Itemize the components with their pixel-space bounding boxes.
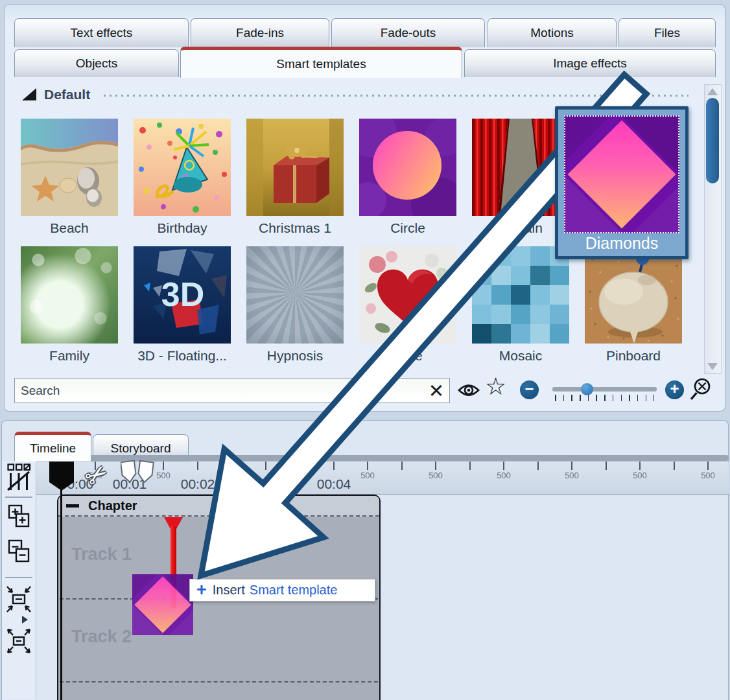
plus-icon: +	[670, 381, 679, 397]
range-markers[interactable]	[121, 460, 154, 487]
enlarge-tracks-icon	[5, 626, 32, 656]
template-label: Birthday	[134, 220, 231, 236]
template-tile-3d-floating[interactable]: 3D	[134, 246, 231, 344]
template-tile-circle[interactable]	[359, 119, 456, 216]
reset-zoom-button[interactable]	[689, 377, 713, 404]
ruler-minor-label: 500	[290, 471, 309, 480]
view-options-icon	[6, 463, 31, 491]
diamond-art	[134, 576, 191, 633]
magnifier-reset-icon	[689, 377, 713, 402]
ruler-minor-label: 500	[222, 471, 241, 480]
split-flags-icon	[121, 460, 154, 485]
tab-label: Storyboard	[111, 441, 171, 456]
template-tile-diamonds-selected[interactable]: Diamonds	[555, 106, 689, 259]
section-collapse-icon[interactable]	[22, 88, 36, 100]
template-tile-family[interactable]	[21, 246, 118, 344]
circle-thumbnail	[359, 119, 456, 216]
tab-text-effects[interactable]: Text effects	[14, 18, 189, 47]
thumbnail-size-slider[interactable]	[552, 387, 657, 391]
tab-label: Image effects	[553, 56, 627, 71]
chapter-collapse-icon[interactable]	[66, 504, 79, 508]
insert-target-text: Smart template	[250, 583, 338, 598]
tab-label: Fade-ins	[236, 26, 284, 40]
minus-icon: −	[524, 381, 534, 397]
ruler-ticks	[61, 461, 729, 470]
search-input[interactable]	[14, 378, 450, 403]
playhead-line[interactable]	[60, 489, 62, 700]
section-divider	[104, 95, 689, 97]
tab-fade-ins[interactable]: Fade-ins	[191, 18, 329, 47]
zoom-out-button[interactable]: −	[520, 380, 539, 399]
view-options-button[interactable]	[6, 463, 31, 494]
tab-label: Fade-outs	[381, 26, 436, 40]
scroll-down-icon[interactable]	[707, 363, 718, 370]
zoom-in-button[interactable]: +	[665, 380, 684, 399]
clear-search-button[interactable]: ✕	[425, 380, 447, 401]
chapter-header: Chapter	[58, 496, 379, 517]
slider-thumb[interactable]	[581, 383, 593, 395]
template-tile-hypnosis[interactable]	[246, 246, 344, 344]
template-label: Christmas 1	[246, 220, 344, 236]
ruler-minor-label: 500	[698, 471, 718, 480]
scroll-up-icon[interactable]	[707, 88, 718, 95]
track-label: Track 2	[71, 627, 132, 647]
pinboard-thumbnail	[585, 246, 682, 344]
visibility-toggle-button[interactable]	[456, 379, 481, 404]
tab-smart-templates[interactable]: Smart templates	[180, 47, 462, 78]
template-tile-birthday[interactable]	[134, 119, 231, 216]
tab-fade-outs[interactable]: Fade-outs	[331, 18, 485, 47]
insert-tooltip: + Insert Smart template	[189, 579, 375, 601]
tab-label: Objects	[76, 56, 117, 71]
tab-label: Timeline	[30, 441, 76, 456]
eye-icon	[456, 379, 481, 401]
slider-ticks	[555, 395, 654, 401]
ruler-minor-label: 500	[494, 471, 513, 480]
template-label: Diamonds	[558, 234, 685, 253]
playhead-flag-icon	[49, 461, 75, 491]
shrink-options-arrow-icon[interactable]	[22, 616, 28, 624]
tab-timeline[interactable]: Timeline	[14, 432, 91, 461]
insert-plus-icon: +	[196, 581, 207, 599]
expand-all-button[interactable]	[8, 504, 31, 531]
track-divider	[60, 681, 378, 682]
toolbar-divider	[5, 496, 32, 498]
enlarge-tracks-button[interactable]	[5, 626, 32, 659]
collapse-all-icon	[8, 539, 31, 564]
app-window: Text effects Fade-ins Fade-outs Motions …	[0, 0, 730, 700]
template-tile-christmas[interactable]	[246, 119, 344, 216]
toolbar-divider	[5, 577, 32, 578]
tab-files[interactable]: Files	[618, 18, 716, 47]
template-tile-beach[interactable]	[21, 119, 118, 216]
template-label: Love	[359, 348, 456, 364]
shrink-tracks-icon	[5, 585, 32, 614]
tab-label: Files	[654, 26, 680, 40]
tab-motions[interactable]: Motions	[488, 18, 617, 47]
template-label: Hypnosis	[246, 348, 344, 364]
template-label: Mosaic	[472, 348, 569, 364]
favorites-button[interactable]: ☆	[485, 375, 506, 399]
tab-label: Smart templates	[276, 57, 366, 71]
insert-action-text: Insert	[213, 583, 245, 598]
ruler-time-label: 00:04	[308, 476, 360, 492]
3d-art-text: 3D	[161, 275, 204, 313]
diamond-art	[568, 121, 676, 229]
christmas-thumbnail	[246, 119, 344, 216]
tab-objects[interactable]: Objects	[14, 49, 179, 77]
template-tile-pinboard[interactable]	[585, 246, 682, 344]
template-label: 3D - Floating...	[134, 348, 231, 364]
ruler-time-label: 00:02	[172, 476, 224, 492]
love-thumbnail	[359, 246, 456, 344]
ruler-minor-label: 500	[154, 471, 173, 480]
ruler-time-label: 00:03	[240, 476, 292, 492]
tab-label: Motions	[530, 26, 574, 40]
scrollbar-thumb[interactable]	[706, 98, 719, 183]
template-label: Family	[21, 348, 118, 364]
shrink-tracks-button[interactable]	[5, 585, 32, 617]
template-tile-mosaic[interactable]	[472, 246, 569, 344]
tab-image-effects[interactable]: Image effects	[464, 49, 716, 77]
template-label: Beach	[21, 220, 118, 236]
collapse-all-button[interactable]	[8, 539, 31, 566]
template-tile-love[interactable]	[359, 246, 456, 344]
clear-icon: ✕	[429, 380, 444, 402]
diamonds-thumbnail	[564, 115, 679, 233]
